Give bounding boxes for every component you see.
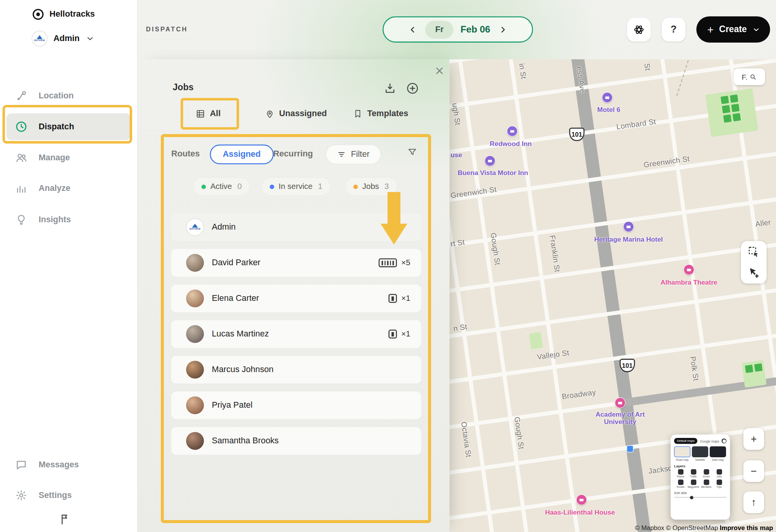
zoom-in-button[interactable]: + (743, 428, 764, 450)
sidebar-item-settings[interactable]: Settings (0, 481, 137, 510)
sidebar-item-manage[interactable]: Manage (0, 144, 137, 172)
avatar: BAYVIEW (186, 218, 204, 236)
tab-templates[interactable]: Templates (353, 109, 408, 119)
brand-name: Hellotracks (50, 9, 95, 19)
funnel-filter-button[interactable] (407, 147, 418, 158)
chip-jobs[interactable]: Jobs 3 (345, 177, 397, 196)
theatre-poi-icon[interactable] (683, 264, 694, 275)
view-tab-assigned[interactable]: Assigned (210, 144, 273, 164)
list-item-elena-carter[interactable]: Elena Carter ×1 (171, 285, 421, 312)
close-panel-button[interactable] (434, 65, 445, 76)
person-name: Elena Carter (212, 285, 259, 312)
thumb-road-map[interactable]: Road map (674, 446, 690, 461)
thumb-satellite[interactable]: Satellite (692, 446, 708, 461)
sidebar-item-label: Location (39, 91, 74, 101)
person-name: David Parker (212, 249, 261, 277)
list-item-admin[interactable]: BAYVIEW Admin (171, 213, 421, 241)
weekday-pill[interactable]: Fr (425, 21, 453, 38)
improve-map-link[interactable]: Improve this map (720, 524, 773, 532)
map-search-box[interactable]: F. (733, 68, 765, 85)
poi-label: Buena Vista Motor Inn (458, 169, 528, 177)
list-item-david-parker[interactable]: David Parker ×5 (171, 249, 421, 277)
tab-all[interactable]: All (196, 109, 221, 119)
list-item-marcus-johnson[interactable]: Marcus Johnson (171, 356, 421, 384)
icon-size-label: Icon size (674, 491, 726, 494)
barcode-icon (379, 258, 397, 267)
content: Jobs All (137, 59, 776, 532)
chip-label: Jobs (362, 182, 379, 191)
icon-size-slider[interactable] (674, 497, 726, 498)
grid-icon (196, 109, 206, 119)
lightbulb-icon (15, 214, 27, 226)
filter-button[interactable]: Filter (326, 144, 381, 164)
avatar (186, 396, 204, 414)
person-name: Samantha Brooks (212, 427, 279, 455)
import-icon (384, 82, 397, 95)
layer-routes[interactable]: Routes (674, 479, 687, 488)
job-count-badge: ×5 (379, 249, 410, 277)
sidebar: Hellotracks BAYVIEW Admin Location Dispa… (0, 0, 137, 532)
avatar (186, 361, 204, 379)
lodging-poi-icon[interactable] (602, 92, 613, 103)
university-poi-icon[interactable] (615, 397, 625, 408)
account-switcher[interactable]: BAYVIEW Admin (32, 31, 94, 46)
ai-assistant-button[interactable] (627, 17, 651, 41)
layer-places[interactable]: Places (674, 469, 687, 478)
lodging-poi-icon[interactable] (484, 155, 495, 166)
marquee-select-button[interactable] (747, 245, 760, 258)
chip-active[interactable]: Active 0 (193, 177, 250, 196)
sidebar-item-analyze[interactable]: Analyze (0, 174, 137, 203)
sidebar-item-messages[interactable]: Messages (0, 450, 137, 479)
list-item-samantha-brooks[interactable]: Samantha Brooks (171, 427, 421, 455)
next-day-button[interactable] (497, 24, 508, 35)
map-canvas[interactable]: ugh St in St ess Ave St Lombard St Green… (450, 59, 776, 532)
list-item-priya-patel[interactable]: Priya Patel (171, 391, 421, 419)
person-name: Marcus Johnson (212, 356, 273, 384)
pin-sidebar-icon[interactable] (58, 513, 71, 525)
header-actions: ? + Create (627, 16, 770, 43)
chevron-down-icon (86, 34, 94, 43)
layer-traffic[interactable]: Traffic (687, 469, 700, 478)
view-tab-recurring[interactable]: Recurring (273, 149, 313, 159)
thumb-dark-map[interactable]: Dark map (710, 446, 726, 461)
tab-unassigned[interactable]: Unassigned (265, 109, 327, 119)
sidebar-item-insights[interactable]: Insights (0, 205, 137, 234)
date-label[interactable]: Feb 06 (460, 24, 490, 35)
view-tab-routes[interactable]: Routes (171, 149, 200, 159)
chip-in-service[interactable]: In service 1 (261, 177, 331, 196)
layer-waypoints[interactable]: Waypoints (687, 479, 700, 488)
recenter-button[interactable]: ↑ (743, 491, 764, 513)
add-job-button[interactable] (406, 82, 419, 95)
location-icon (15, 90, 27, 102)
plus-circle-icon (406, 82, 419, 95)
zoom-out-button[interactable]: − (743, 460, 764, 482)
poi-label: Motel 6 (597, 106, 620, 113)
museum-poi-icon[interactable] (576, 494, 587, 505)
layer-zones[interactable]: Zones (700, 469, 712, 478)
lodging-poi-icon[interactable] (507, 126, 518, 137)
funnel-icon (407, 147, 418, 158)
help-button[interactable]: ? (662, 17, 685, 41)
layer-trips[interactable]: Trips (712, 479, 725, 488)
lodging-poi-icon[interactable] (623, 221, 634, 232)
sidebar-item-label: Settings (39, 491, 72, 501)
sidebar-item-label: Messages (39, 460, 79, 470)
job-count-badge: ×1 (388, 285, 410, 312)
map-style-toggle[interactable] (722, 438, 727, 443)
poi-label: Alhambra Theatre (661, 279, 718, 286)
create-button[interactable]: + Create (696, 16, 770, 43)
chat-icon (15, 459, 27, 471)
layer-jobs[interactable]: Jobs (712, 469, 725, 478)
list-item-lucas-martinez[interactable]: Lucas Martinez ×1 (171, 320, 421, 348)
layer-members[interactable]: Members (700, 479, 712, 488)
default-maps-pill[interactable]: Default maps (674, 438, 698, 444)
google-maps-option[interactable]: Google maps (700, 439, 719, 443)
add-pin-button[interactable] (747, 266, 760, 279)
transit-poi-icon[interactable] (627, 445, 634, 452)
street-label: St (643, 63, 652, 71)
date-navigator: Fr Feb 06 (383, 16, 533, 43)
import-jobs-button[interactable] (384, 82, 397, 95)
sidebar-item-location[interactable]: Location (0, 82, 137, 110)
sidebar-item-dispatch[interactable]: Dispatch (0, 112, 137, 141)
prev-day-button[interactable] (407, 24, 418, 35)
